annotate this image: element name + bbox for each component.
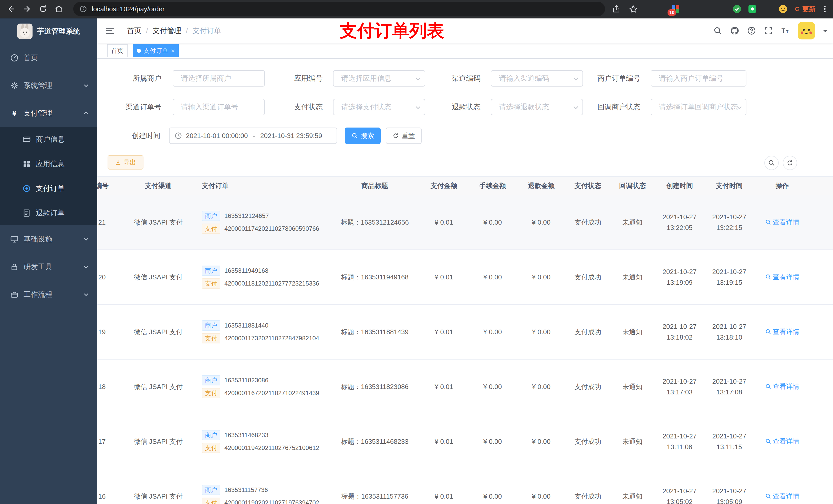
tab-close-icon[interactable]: × bbox=[171, 48, 175, 54]
sidebar-item-refund-order[interactable]: 退款订单 bbox=[0, 201, 97, 225]
sidebar: 芋道管理系统 首页 系统管理 ¥ 支付管理 bbox=[0, 19, 97, 504]
sidebar-item-system[interactable]: 系统管理 bbox=[0, 72, 97, 99]
view-detail-link[interactable]: 查看详情 bbox=[765, 492, 800, 501]
merchant-order-no: 1635312124657 bbox=[224, 212, 269, 219]
pay-tag: 支付 bbox=[202, 498, 220, 504]
pay-order-no: 4200001190202110271976394702 bbox=[224, 499, 319, 504]
user-avatar[interactable] bbox=[798, 22, 815, 40]
extension-icon-grid[interactable]: 10 bbox=[671, 5, 680, 13]
bookmark-star-icon[interactable] bbox=[628, 4, 638, 14]
github-icon[interactable] bbox=[730, 26, 739, 35]
sidebar-item-dev-tools[interactable]: 研发工具 bbox=[0, 253, 97, 281]
url-bar[interactable]: localhost:1024/pay/order bbox=[73, 2, 605, 16]
view-detail-link[interactable]: 查看详情 bbox=[765, 437, 800, 446]
extension-icon-green-square[interactable] bbox=[748, 5, 757, 13]
channel-code-select[interactable]: 请输入渠道编码 bbox=[491, 70, 583, 87]
search-button[interactable]: 搜索 bbox=[345, 127, 381, 144]
lock-icon bbox=[10, 263, 19, 271]
navbar: 首页 / 支付管理 / 支付订单 支付订单列表 bbox=[97, 19, 833, 43]
sidebar-item-home[interactable]: 首页 bbox=[0, 44, 97, 72]
extension-icon-olive[interactable] bbox=[717, 5, 726, 13]
view-detail-link[interactable]: 查看详情 bbox=[765, 382, 800, 391]
cell-create-time: 2021-10-2713:05:02 bbox=[655, 469, 705, 504]
profile-avatar-icon[interactable] bbox=[779, 5, 787, 13]
cell-pay-status: 支付成功 bbox=[566, 359, 610, 414]
reset-button[interactable]: 重置 bbox=[386, 127, 422, 144]
pay-tag: 支付 bbox=[202, 333, 220, 343]
extension-badge: 10 bbox=[668, 9, 676, 16]
cell-actions: 查看详情 bbox=[754, 250, 810, 305]
extension-icon-dark[interactable] bbox=[763, 5, 772, 13]
extension-icon-green-check[interactable] bbox=[733, 5, 741, 13]
sidebar-item-label: 系统管理 bbox=[24, 81, 52, 90]
sidebar-item-merchant-info[interactable]: 商户信息 bbox=[0, 127, 97, 152]
sidebar-item-infra[interactable]: 基础设施 bbox=[0, 225, 97, 253]
toggle-search-button[interactable] bbox=[764, 156, 779, 170]
callback-status-select[interactable]: 请选择订单回调商户状态 bbox=[651, 99, 746, 115]
cell-refund-amount: ¥ 0.00 bbox=[517, 195, 566, 250]
refund-status-select[interactable]: 请选择退款状态 bbox=[491, 99, 583, 115]
main-area: 首页 / 支付管理 / 支付订单 支付订单列表 bbox=[97, 19, 833, 504]
sidebar-item-label: 基础设施 bbox=[24, 234, 52, 244]
hamburger-icon[interactable] bbox=[105, 26, 115, 36]
browser-menu-icon[interactable] bbox=[824, 6, 826, 12]
app-id-select[interactable]: 请选择应用信息 bbox=[333, 70, 425, 87]
breadcrumb-pay-manage[interactable]: 支付管理 bbox=[153, 26, 181, 35]
cell-filler bbox=[810, 195, 833, 250]
view-detail-link[interactable]: 查看详情 bbox=[765, 272, 800, 282]
extension-icon-blue[interactable] bbox=[687, 5, 695, 13]
sidebar-item-label: 支付管理 bbox=[24, 108, 52, 118]
refresh-table-button[interactable] bbox=[783, 156, 797, 170]
view-detail-link[interactable]: 查看详情 bbox=[765, 327, 800, 336]
cell-create-time: 2021-10-2713:18:02 bbox=[655, 305, 705, 359]
browser-forward-button[interactable] bbox=[23, 4, 32, 14]
export-button[interactable]: 导出 bbox=[108, 155, 143, 170]
cell-id: 17 bbox=[97, 414, 120, 469]
pay-status-select[interactable]: 请选择支付状态 bbox=[333, 99, 425, 115]
browser-back-button[interactable] bbox=[7, 4, 16, 14]
page-content: 所属商户 应用编号 请选择应用信息 渠道编码 请输入渠道编码 商户订单编号 渠道… bbox=[97, 59, 833, 504]
cell-pay-time: 2021-10-2713:11:15 bbox=[705, 414, 754, 469]
cell-callback-status: 未通知 bbox=[610, 305, 655, 359]
owner-merchant-input[interactable] bbox=[173, 70, 265, 87]
share-icon[interactable] bbox=[612, 4, 621, 14]
browser-update-button[interactable]: 更新 bbox=[794, 5, 815, 14]
range-start-value: 2021-10-01 00:00:00 bbox=[186, 132, 248, 140]
tab-pay-order[interactable]: 支付订单 × bbox=[133, 44, 179, 57]
magnifier-icon bbox=[765, 274, 771, 280]
avatar-caret-icon[interactable] bbox=[823, 30, 828, 35]
payment-submenu: 商户信息 应用信息 支付订单 退款订单 bbox=[0, 127, 97, 225]
merchant-tag: 商户 bbox=[202, 430, 220, 440]
font-size-icon[interactable]: TT bbox=[781, 26, 790, 35]
filter-label-channel-code: 渠道编码 bbox=[429, 70, 480, 87]
sidebar-logo[interactable]: 芋道管理系统 bbox=[0, 19, 97, 44]
chevron-down-icon bbox=[736, 104, 743, 111]
browser-home-button[interactable] bbox=[54, 4, 64, 14]
breadcrumb-home[interactable]: 首页 bbox=[127, 26, 141, 35]
cell-fee-amount: ¥ 0.00 bbox=[468, 469, 517, 504]
col-header-pay-order: 支付订单 bbox=[197, 176, 330, 195]
sidebar-item-payment[interactable]: ¥ 支付管理 bbox=[0, 99, 97, 127]
col-header-pay-time: 支付时间 bbox=[705, 176, 754, 195]
create-time-range-picker[interactable]: 2021-10-01 00:00:00 - 2021-10-31 23:59:5… bbox=[169, 127, 337, 144]
help-icon[interactable] bbox=[747, 26, 756, 35]
tab-home[interactable]: 首页 bbox=[107, 44, 127, 57]
site-info-icon[interactable] bbox=[79, 5, 87, 13]
extension-icon-gray[interactable] bbox=[702, 5, 711, 13]
fullscreen-icon[interactable] bbox=[764, 26, 773, 35]
channel-order-no-input[interactable] bbox=[173, 99, 265, 115]
cell-pay-status: 支付成功 bbox=[566, 195, 610, 250]
gear-icon bbox=[10, 81, 19, 90]
merchant-tag: 商户 bbox=[202, 375, 220, 385]
browser-reload-button[interactable] bbox=[39, 4, 48, 14]
sidebar-item-workflow[interactable]: 工作流程 bbox=[0, 281, 97, 308]
pay-order-no: 4200001173202110272847982104 bbox=[224, 335, 319, 342]
col-header-fee-amount: 手续金额 bbox=[468, 176, 517, 195]
merchant-order-no-input[interactable] bbox=[651, 70, 746, 87]
sidebar-item-app-info[interactable]: 应用信息 bbox=[0, 152, 97, 176]
sidebar-item-pay-order[interactable]: 支付订单 bbox=[0, 176, 97, 201]
view-detail-link[interactable]: 查看详情 bbox=[765, 218, 800, 226]
search-icon[interactable] bbox=[713, 26, 722, 35]
col-header-id: 编号 bbox=[97, 176, 120, 195]
cell-refund-amount: ¥ 0.00 bbox=[517, 469, 566, 504]
